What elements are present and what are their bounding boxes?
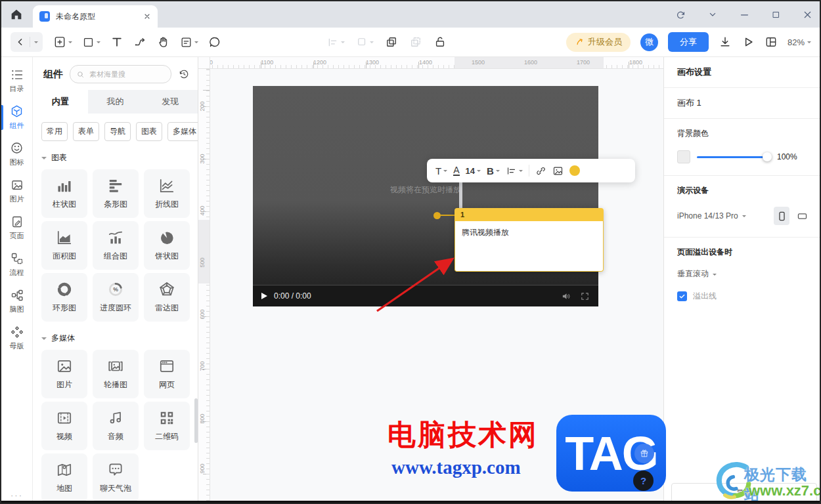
- component-progress-ring[interactable]: % 进度圆环: [93, 273, 139, 322]
- sidebar-item-icons[interactable]: 图标: [1, 136, 32, 173]
- close-icon[interactable]: [802, 9, 813, 20]
- text-tool-button[interactable]: [110, 35, 123, 49]
- upgrade-member-button[interactable]: 升级会员: [566, 33, 631, 52]
- component-audio[interactable]: 音频: [93, 402, 139, 450]
- opacity-slider[interactable]: [697, 152, 770, 161]
- link-button[interactable]: [535, 165, 546, 177]
- ungroup-button[interactable]: [409, 35, 422, 49]
- tab-mine[interactable]: 我的: [88, 90, 143, 114]
- comment-button[interactable]: [208, 35, 221, 49]
- component-chat-bubble[interactable]: 聊天气泡: [93, 453, 139, 502]
- chip-common[interactable]: 常用: [41, 122, 68, 141]
- chip-nav[interactable]: 导航: [104, 122, 131, 141]
- group-button[interactable]: [385, 35, 398, 49]
- font-family-control[interactable]: T: [435, 165, 447, 177]
- bold-control[interactable]: B: [487, 165, 500, 177]
- component-radar-chart[interactable]: 雷达图: [144, 273, 190, 322]
- component-webpage[interactable]: 网页: [144, 350, 190, 398]
- component-line-chart[interactable]: 折线图: [144, 169, 190, 218]
- connector-tool-button[interactable]: [133, 35, 147, 49]
- shape-button[interactable]: [82, 36, 100, 49]
- caret-icon: [496, 170, 500, 174]
- overflow-mode-select[interactable]: 垂直滚动: [677, 268, 809, 280]
- annotation-note[interactable]: 1 腾讯视频播放: [455, 208, 604, 272]
- color-swatch-yellow[interactable]: [569, 165, 580, 176]
- slider-knob[interactable]: [763, 152, 772, 161]
- chip-media[interactable]: 多媒体: [167, 122, 198, 141]
- bg-color-controls: 100%: [677, 150, 809, 163]
- color-swatch[interactable]: [677, 150, 690, 163]
- annotation-body[interactable]: 腾讯视频播放: [455, 221, 604, 272]
- align-control[interactable]: [506, 165, 523, 177]
- distribute-button[interactable]: [356, 36, 374, 48]
- sidebar-item-images[interactable]: 图片: [1, 173, 32, 209]
- font-color-control[interactable]: A: [453, 166, 459, 176]
- component-carousel[interactable]: 轮播图: [93, 350, 139, 398]
- chevron-down-icon[interactable]: [707, 9, 718, 20]
- search-input[interactable]: [88, 70, 150, 79]
- sidebar-item-pages[interactable]: 页面: [1, 209, 32, 246]
- sidebar-item-mindmap[interactable]: 脑图: [1, 283, 32, 320]
- tab-close-icon[interactable]: [143, 12, 151, 20]
- home-button[interactable]: [9, 7, 24, 22]
- maximize-icon[interactable]: [771, 10, 781, 20]
- component-image[interactable]: 图片: [41, 350, 87, 398]
- canvas-area[interactable]: 0 1100 1200 1300 1400 1500 1600 1700 180…: [198, 57, 663, 504]
- fullscreen-icon[interactable]: [580, 291, 590, 301]
- layout-button[interactable]: [765, 35, 778, 49]
- gift-float-button[interactable]: [634, 444, 654, 463]
- zoom-control[interactable]: 82%: [788, 37, 811, 47]
- help-float-button[interactable]: ?: [633, 471, 654, 491]
- sidebar-item-components[interactable]: 组件: [1, 99, 32, 136]
- component-pie-chart[interactable]: 饼状图: [144, 221, 190, 270]
- align-button[interactable]: [326, 36, 345, 49]
- component-map[interactable]: 地图: [41, 453, 87, 502]
- history-button[interactable]: [178, 68, 190, 80]
- landscape-orientation-button[interactable]: [795, 211, 809, 222]
- tab-discover[interactable]: 发现: [143, 90, 198, 114]
- properties-panel: 画布设置 画布 1 背景颜色 100% 演示设备 iPhone 14/13 Pr…: [663, 57, 821, 504]
- document-tab[interactable]: 未命名原型: [33, 5, 158, 28]
- download-button[interactable]: [719, 35, 732, 49]
- chip-chart[interactable]: 图表: [136, 122, 162, 141]
- component-hbar-chart[interactable]: 条形图: [93, 169, 139, 218]
- sidebar-item-flow[interactable]: 流程: [1, 246, 32, 283]
- component-area-chart[interactable]: 面积图: [41, 221, 87, 270]
- refresh-icon[interactable]: [675, 9, 686, 20]
- search-box[interactable]: [70, 65, 171, 83]
- note-button[interactable]: [180, 36, 198, 49]
- play-icon[interactable]: [261, 293, 267, 299]
- section-media[interactable]: 多媒体: [33, 322, 198, 350]
- overflow-line-label: 溢出线: [693, 291, 717, 302]
- chip-form[interactable]: 表单: [73, 122, 99, 141]
- panel-scrollbar[interactable]: [194, 398, 198, 443]
- component-donut-chart[interactable]: 环形图: [41, 273, 87, 322]
- font-size-control[interactable]: 14: [466, 166, 481, 176]
- add-page-button[interactable]: [53, 35, 72, 49]
- component-combo-chart[interactable]: 组合图: [93, 221, 139, 270]
- canvas-name[interactable]: 画布 1: [664, 88, 821, 119]
- component-qr-code[interactable]: 二维码: [144, 402, 190, 450]
- annotation-header[interactable]: 1: [455, 208, 604, 221]
- volume-icon[interactable]: [561, 291, 572, 302]
- wechat-button[interactable]: 微: [640, 33, 658, 51]
- section-charts[interactable]: 图表: [33, 141, 198, 169]
- insert-image-button[interactable]: [552, 165, 564, 177]
- component-bar-chart[interactable]: 柱状图: [41, 169, 87, 218]
- back-button-group[interactable]: [11, 32, 43, 52]
- preview-play-button[interactable]: [742, 35, 755, 49]
- portrait-orientation-button[interactable]: [774, 207, 789, 225]
- lock-button[interactable]: [433, 35, 447, 49]
- overflow-line-checkbox[interactable]: [677, 291, 687, 301]
- sidebar-item-master[interactable]: 母版: [1, 320, 32, 356]
- share-button[interactable]: 分享: [668, 32, 709, 52]
- tab-builtin[interactable]: 内置: [33, 90, 88, 114]
- minimize-icon[interactable]: [739, 9, 750, 20]
- note-icon: [180, 36, 192, 49]
- sidebar-item-catalog[interactable]: 目录: [1, 62, 32, 99]
- comment-bubble-icon: [208, 35, 221, 49]
- component-video[interactable]: 视频: [41, 402, 87, 450]
- rail-more-button[interactable]: ···: [1, 490, 32, 500]
- device-select[interactable]: iPhone 14/13 Pro: [677, 211, 746, 220]
- hand-tool-button[interactable]: [157, 35, 170, 49]
